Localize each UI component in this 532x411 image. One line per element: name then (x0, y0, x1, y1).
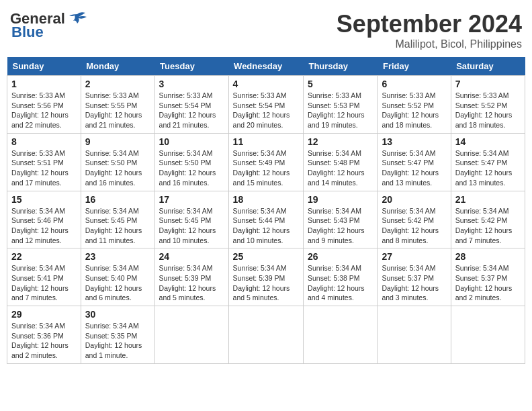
header-thursday: Thursday (303, 57, 377, 76)
day-number: 17 (159, 194, 224, 205)
day-number: 9 (85, 136, 150, 147)
calendar-cell: 14 Sunrise: 5:34 AM Sunset: 5:47 PM Dayl… (451, 133, 525, 191)
day-info: Sunrise: 5:34 AM Sunset: 5:45 PM Dayligh… (159, 206, 224, 246)
day-number: 20 (382, 194, 446, 205)
calendar-cell (303, 306, 377, 364)
day-number: 28 (455, 251, 521, 262)
calendar-cell: 7 Sunrise: 5:33 AM Sunset: 5:52 PM Dayli… (451, 76, 525, 134)
calendar-cell (378, 306, 451, 364)
week-row-2: 8 Sunrise: 5:33 AM Sunset: 5:51 PM Dayli… (7, 133, 525, 191)
header-monday: Monday (81, 57, 154, 76)
header-friday: Friday (378, 57, 451, 76)
day-info: Sunrise: 5:34 AM Sunset: 5:42 PM Dayligh… (382, 206, 446, 246)
day-info: Sunrise: 5:33 AM Sunset: 5:52 PM Dayligh… (382, 91, 446, 130)
week-row-3: 15 Sunrise: 5:34 AM Sunset: 5:46 PM Dayl… (7, 191, 525, 248)
week-row-5: 29 Sunrise: 5:34 AM Sunset: 5:36 PM Dayl… (7, 306, 525, 364)
calendar-cell: 4 Sunrise: 5:33 AM Sunset: 5:54 PM Dayli… (228, 76, 303, 134)
day-number: 23 (85, 251, 150, 262)
week-row-1: 1 Sunrise: 5:33 AM Sunset: 5:56 PM Dayli… (7, 76, 525, 134)
day-number: 5 (308, 79, 373, 89)
location: Malilipot, Bicol, Philippines (337, 38, 522, 50)
day-number: 12 (308, 136, 373, 147)
day-info: Sunrise: 5:33 AM Sunset: 5:53 PM Dayligh… (308, 91, 373, 130)
calendar-cell: 29 Sunrise: 5:34 AM Sunset: 5:36 PM Dayl… (7, 306, 81, 364)
calendar-cell: 2 Sunrise: 5:33 AM Sunset: 5:55 PM Dayli… (81, 76, 154, 134)
day-info: Sunrise: 5:34 AM Sunset: 5:47 PM Dayligh… (382, 148, 446, 188)
day-number: 11 (233, 136, 299, 147)
day-number: 6 (382, 79, 446, 89)
day-number: 7 (455, 79, 521, 89)
day-info: Sunrise: 5:34 AM Sunset: 5:47 PM Dayligh… (455, 148, 521, 188)
calendar-cell (154, 306, 228, 364)
header-saturday: Saturday (451, 57, 525, 76)
calendar-cell: 11 Sunrise: 5:34 AM Sunset: 5:49 PM Dayl… (228, 133, 303, 191)
day-info: Sunrise: 5:34 AM Sunset: 5:50 PM Dayligh… (159, 148, 224, 188)
day-info: Sunrise: 5:34 AM Sunset: 5:35 PM Dayligh… (85, 321, 150, 361)
calendar-cell: 9 Sunrise: 5:34 AM Sunset: 5:50 PM Dayli… (81, 133, 154, 191)
calendar-cell: 20 Sunrise: 5:34 AM Sunset: 5:42 PM Dayl… (378, 191, 451, 248)
day-number: 3 (159, 79, 224, 89)
day-number: 2 (85, 79, 150, 89)
day-info: Sunrise: 5:33 AM Sunset: 5:54 PM Dayligh… (159, 91, 224, 130)
day-number: 21 (455, 194, 521, 205)
day-info: Sunrise: 5:34 AM Sunset: 5:46 PM Dayligh… (11, 206, 77, 246)
logo-bird-icon (66, 11, 88, 26)
day-info: Sunrise: 5:34 AM Sunset: 5:41 PM Dayligh… (11, 263, 77, 303)
day-number: 1 (11, 79, 77, 89)
calendar-cell: 25 Sunrise: 5:34 AM Sunset: 5:39 PM Dayl… (228, 248, 303, 306)
calendar-table: Sunday Monday Tuesday Wednesday Thursday… (7, 57, 525, 364)
calendar-cell: 15 Sunrise: 5:34 AM Sunset: 5:46 PM Dayl… (7, 191, 81, 248)
week-row-4: 22 Sunrise: 5:34 AM Sunset: 5:41 PM Dayl… (7, 248, 525, 306)
day-info: Sunrise: 5:33 AM Sunset: 5:52 PM Dayligh… (455, 91, 521, 130)
day-info: Sunrise: 5:34 AM Sunset: 5:42 PM Dayligh… (455, 206, 521, 246)
day-number: 25 (233, 251, 299, 262)
day-info: Sunrise: 5:34 AM Sunset: 5:48 PM Dayligh… (308, 148, 373, 188)
day-info: Sunrise: 5:34 AM Sunset: 5:45 PM Dayligh… (85, 206, 150, 246)
month-title: September 2024 (337, 10, 522, 38)
title-block: September 2024 Malilipot, Bicol, Philipp… (337, 10, 522, 50)
day-number: 30 (85, 309, 150, 320)
calendar-cell (451, 306, 525, 364)
day-number: 19 (308, 194, 373, 205)
day-info: Sunrise: 5:34 AM Sunset: 5:50 PM Dayligh… (85, 148, 150, 188)
header-tuesday: Tuesday (154, 57, 228, 76)
calendar-cell: 28 Sunrise: 5:34 AM Sunset: 5:37 PM Dayl… (451, 248, 525, 306)
day-info: Sunrise: 5:34 AM Sunset: 5:44 PM Dayligh… (233, 206, 299, 246)
calendar-cell: 30 Sunrise: 5:34 AM Sunset: 5:35 PM Dayl… (81, 306, 154, 364)
day-number: 8 (11, 136, 77, 147)
logo: General Blue (10, 10, 88, 41)
calendar-cell: 1 Sunrise: 5:33 AM Sunset: 5:56 PM Dayli… (7, 76, 81, 134)
calendar-cell: 24 Sunrise: 5:34 AM Sunset: 5:39 PM Dayl… (154, 248, 228, 306)
calendar-header-row: Sunday Monday Tuesday Wednesday Thursday… (7, 57, 525, 76)
logo-text-blue: Blue (11, 24, 44, 41)
calendar-cell (228, 306, 303, 364)
day-number: 13 (382, 136, 446, 147)
day-number: 16 (85, 194, 150, 205)
header-wednesday: Wednesday (228, 57, 303, 76)
day-info: Sunrise: 5:34 AM Sunset: 5:39 PM Dayligh… (233, 263, 299, 303)
day-number: 18 (233, 194, 299, 205)
header-sunday: Sunday (7, 57, 81, 76)
day-info: Sunrise: 5:33 AM Sunset: 5:56 PM Dayligh… (11, 91, 77, 130)
calendar-cell: 17 Sunrise: 5:34 AM Sunset: 5:45 PM Dayl… (154, 191, 228, 248)
day-number: 14 (455, 136, 521, 147)
day-number: 4 (233, 79, 299, 89)
calendar-cell: 6 Sunrise: 5:33 AM Sunset: 5:52 PM Dayli… (378, 76, 451, 134)
day-info: Sunrise: 5:34 AM Sunset: 5:38 PM Dayligh… (308, 263, 373, 303)
calendar-cell: 21 Sunrise: 5:34 AM Sunset: 5:42 PM Dayl… (451, 191, 525, 248)
calendar-cell: 23 Sunrise: 5:34 AM Sunset: 5:40 PM Dayl… (81, 248, 154, 306)
day-info: Sunrise: 5:34 AM Sunset: 5:36 PM Dayligh… (11, 321, 77, 361)
calendar-cell: 13 Sunrise: 5:34 AM Sunset: 5:47 PM Dayl… (378, 133, 451, 191)
day-number: 22 (11, 251, 77, 262)
calendar-cell: 18 Sunrise: 5:34 AM Sunset: 5:44 PM Dayl… (228, 191, 303, 248)
day-number: 27 (382, 251, 446, 262)
day-number: 29 (11, 309, 77, 320)
day-number: 26 (308, 251, 373, 262)
day-info: Sunrise: 5:33 AM Sunset: 5:55 PM Dayligh… (85, 91, 150, 130)
day-number: 15 (11, 194, 77, 205)
calendar-cell: 22 Sunrise: 5:34 AM Sunset: 5:41 PM Dayl… (7, 248, 81, 306)
day-info: Sunrise: 5:34 AM Sunset: 5:37 PM Dayligh… (382, 263, 446, 303)
day-number: 10 (159, 136, 224, 147)
calendar-cell: 3 Sunrise: 5:33 AM Sunset: 5:54 PM Dayli… (154, 76, 228, 134)
calendar-cell: 16 Sunrise: 5:34 AM Sunset: 5:45 PM Dayl… (81, 191, 154, 248)
